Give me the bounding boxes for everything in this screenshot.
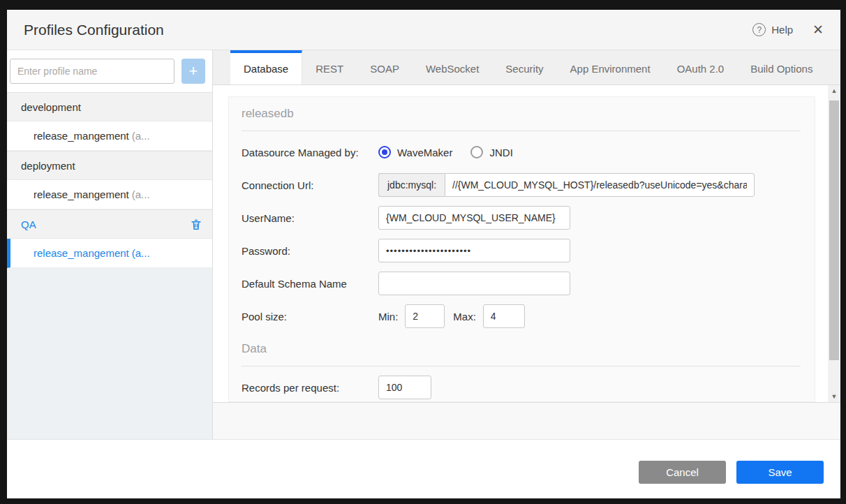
add-profile-button[interactable]: + (181, 59, 205, 84)
scrollbar-thumb[interactable] (829, 101, 839, 360)
radio-wavemaker[interactable] (378, 146, 391, 158)
password-input[interactable] (378, 239, 570, 262)
database-form-panel: releasedb Datasource Managed by: WaveMak… (228, 96, 815, 402)
cancel-button[interactable]: Cancel (639, 461, 726, 484)
scrollbar-track[interactable] (828, 96, 840, 391)
pool-max-input[interactable] (483, 304, 525, 328)
data-section-title: Data (242, 342, 801, 366)
profile-name-row: + (7, 50, 212, 92)
sidebar-item-release-mangement-qa[interactable]: release_mangement (a... (7, 239, 212, 268)
radio-jndi[interactable] (470, 146, 483, 158)
help-button[interactable]: ? Help (752, 23, 793, 36)
tab-websocket[interactable]: WebSocket (413, 50, 492, 84)
dialog-footer: Cancel Save (7, 439, 840, 498)
tabbar: Database REST SOAP WebSocket Security Ap… (213, 50, 840, 85)
dialog-header: Profiles Configuration ? Help ✕ (7, 10, 840, 50)
tab-build-options[interactable]: Build Options (737, 50, 826, 84)
profiles-configuration-dialog: Profiles Configuration ? Help ✕ + develo… (7, 10, 840, 498)
schema-label: Default Schema Name (242, 278, 378, 290)
schema-input[interactable] (378, 272, 570, 295)
tab-oauth[interactable]: OAuth 2.0 (664, 50, 738, 84)
tab-rest[interactable]: REST (302, 50, 357, 84)
datasource-radio-group: WaveMaker JNDI (378, 146, 513, 158)
records-per-request-input[interactable] (378, 376, 431, 399)
password-label: Password: (242, 245, 378, 257)
database-tab-content: releasedb Datasource Managed by: WaveMak… (213, 85, 840, 402)
tab-security[interactable]: Security (492, 50, 556, 84)
pool-size-row: Pool size: Min: Max: (242, 304, 801, 328)
scroll-down-icon[interactable]: ▼ (828, 391, 840, 402)
profiles-list: development release_mangement (a... depl… (7, 92, 212, 268)
delete-profile-icon[interactable] (190, 218, 202, 231)
sidebar-item-release-mangement-dev[interactable]: release_mangement (a... (7, 121, 212, 151)
connection-url-row: Connection Url: jdbc:mysql: (242, 173, 801, 197)
pool-min-label: Min: (378, 311, 398, 323)
form-scroll-view: releasedb Datasource Managed by: WaveMak… (213, 85, 828, 402)
help-icon: ? (752, 23, 766, 36)
sidebar-item-qa[interactable]: QA (7, 209, 212, 239)
pool-max-label: Max: (453, 311, 476, 323)
save-button[interactable]: Save (736, 461, 824, 484)
vertical-scrollbar[interactable]: ▲ ▼ (828, 85, 840, 402)
username-label: UserName: (242, 212, 378, 224)
datasource-row: Datasource Managed by: WaveMaker JNDI (242, 140, 801, 164)
jdbc-prefix-addon: jdbc:mysql: (378, 173, 445, 197)
tab-app-environment[interactable]: App Environment (557, 50, 664, 84)
profiles-sidebar: + development release_mangement (a... de… (7, 50, 213, 439)
username-input[interactable] (378, 206, 570, 230)
pool-min-input[interactable] (405, 304, 445, 328)
database-section-title: releasedb (242, 107, 801, 131)
profile-name-input[interactable] (10, 59, 175, 84)
dialog-body: + development release_mangement (a... de… (7, 50, 840, 439)
profile-detail-pane: Database REST SOAP WebSocket Security Ap… (213, 50, 840, 439)
radio-option-wavemaker[interactable]: WaveMaker (378, 146, 452, 158)
schema-row: Default Schema Name (242, 272, 801, 295)
content-lower-strip (213, 402, 840, 439)
close-icon[interactable]: ✕ (812, 23, 824, 36)
sidebar-item-release-mangement-deploy[interactable]: release_mangement (a... (7, 180, 212, 209)
help-label: Help (771, 24, 793, 36)
sidebar-item-deployment[interactable]: deployment (7, 151, 212, 180)
connection-url-group: jdbc:mysql: (378, 173, 755, 197)
radio-option-jndi[interactable]: JNDI (470, 146, 512, 158)
connection-url-input[interactable] (445, 173, 755, 197)
scroll-up-icon[interactable]: ▲ (828, 85, 840, 96)
records-per-request-row: Records per request: (242, 376, 801, 399)
password-row: Password: (242, 239, 801, 262)
pool-size-label: Pool size: (242, 311, 378, 323)
sidebar-item-development[interactable]: development (7, 92, 212, 121)
tab-soap[interactable]: SOAP (357, 50, 413, 84)
tab-database[interactable]: Database (230, 50, 302, 84)
username-row: UserName: (242, 206, 801, 230)
datasource-label: Datasource Managed by: (242, 147, 378, 158)
records-per-request-label: Records per request: (242, 382, 378, 394)
connection-url-label: Connection Url: (242, 179, 378, 191)
page-title: Profiles Configuration (24, 22, 752, 38)
